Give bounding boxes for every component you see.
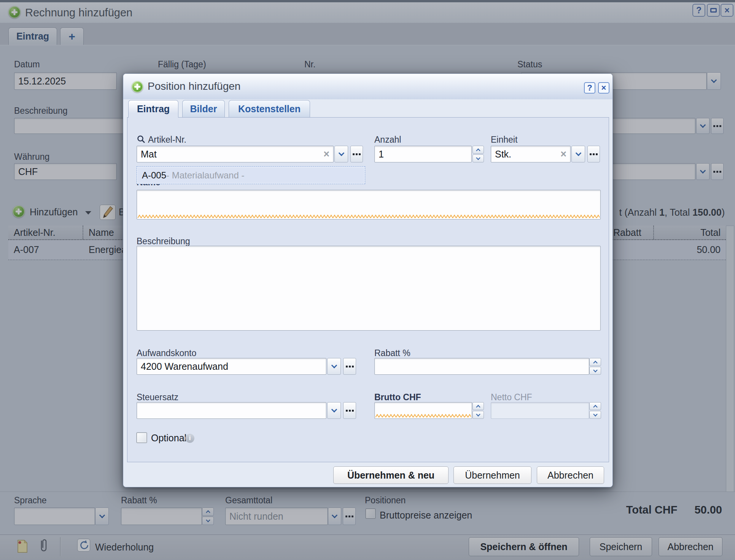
brutto-input[interactable] — [374, 402, 472, 419]
chevron-down-icon — [575, 150, 581, 156]
aufwandskonto-label: Aufwandskonto — [137, 348, 196, 358]
optional-label: Optional — [151, 433, 186, 444]
steuersatz-dropdown-button[interactable] — [327, 402, 341, 419]
anzahl-input[interactable]: 1 — [374, 146, 472, 162]
clear-icon[interactable] — [560, 149, 566, 159]
chevron-up-icon — [593, 361, 597, 365]
spinner-up-button[interactable] — [589, 358, 601, 366]
spinner-down-button[interactable] — [589, 367, 601, 375]
einheit-more-button[interactable] — [587, 146, 600, 162]
anzahl-label: Anzahl — [374, 135, 401, 145]
clear-icon[interactable] — [323, 149, 329, 159]
chevron-down-icon — [338, 150, 344, 156]
dialog-close-button[interactable]: × — [598, 82, 609, 94]
spinner-up-button[interactable] — [473, 402, 484, 410]
einheit-label: Einheit — [491, 135, 517, 145]
einheit-input[interactable]: Stk. — [491, 146, 571, 162]
artikel-label: Artikel-Nr. — [148, 135, 186, 145]
beschreibung-dialog-label: Beschreibung — [137, 236, 190, 247]
netto-input — [491, 402, 589, 419]
spinner-down-button[interactable] — [473, 411, 484, 419]
required-marker — [138, 215, 600, 218]
ellipsis-icon — [590, 153, 598, 155]
info-icon[interactable] — [185, 434, 194, 443]
artikel-suggestion-item[interactable]: A-005 - Materialaufwand - — [137, 166, 365, 184]
spinner-down-button[interactable] — [589, 411, 601, 419]
chevron-down-icon — [331, 406, 337, 412]
rabatt-dialog-label: Rabatt % — [374, 348, 410, 358]
apply-button[interactable]: Übernehmen — [453, 466, 531, 484]
dialog-tab-kostenstellen[interactable]: Kostenstellen — [229, 100, 310, 118]
spinner-down-button[interactable] — [473, 154, 484, 162]
ellipsis-icon — [346, 410, 354, 412]
artikel-more-button[interactable] — [350, 146, 363, 162]
dialog-tab-eintrag[interactable]: Eintrag — [128, 100, 178, 118]
chevron-down-icon — [476, 412, 480, 416]
dialog-tab-bilder[interactable]: Bilder — [182, 100, 225, 118]
chevron-down-icon — [593, 368, 597, 372]
steuersatz-input[interactable] — [137, 402, 326, 419]
brutto-spinner — [473, 402, 484, 419]
ellipsis-icon — [346, 366, 354, 368]
aufwandskonto-dropdown-button[interactable] — [327, 358, 341, 375]
einheit-dropdown-button[interactable] — [571, 146, 585, 162]
dialog-form-panel: Artikel-Nr. Mat Anzahl 1 Einheit Stk. A-… — [127, 117, 609, 462]
position-dialog: Position hinzufügen ? × Eintrag Bilder K… — [123, 73, 613, 487]
spinner-up-button[interactable] — [589, 402, 601, 410]
chevron-down-icon — [476, 156, 480, 160]
rabatt-dialog-spinner — [589, 358, 601, 375]
rabatt-dialog-input[interactable] — [374, 358, 589, 375]
anzahl-spinner — [473, 146, 484, 162]
artikel-input[interactable]: Mat — [137, 146, 334, 162]
search-icon — [137, 135, 146, 144]
aufwandskonto-more-button[interactable] — [343, 358, 356, 375]
dialog-title: Position hinzufügen — [148, 80, 240, 92]
beschreibung-dialog-textarea[interactable] — [137, 246, 601, 331]
artikel-dropdown-button[interactable] — [334, 146, 348, 162]
chevron-up-icon — [476, 405, 480, 409]
steuersatz-more-button[interactable] — [343, 402, 356, 419]
dialog-help-button[interactable]: ? — [584, 82, 595, 94]
chevron-down-icon — [331, 362, 337, 368]
required-marker — [375, 414, 471, 418]
dialog-cancel-button[interactable]: Abbrechen — [537, 466, 604, 484]
apply-new-button[interactable]: Übernehmen & neu — [333, 466, 449, 484]
chevron-up-icon — [476, 148, 480, 153]
chevron-up-icon — [593, 405, 597, 409]
steuersatz-label: Steuersatz — [137, 392, 178, 402]
help-icon: ? — [587, 83, 592, 93]
spinner-up-button[interactable] — [473, 146, 484, 154]
ellipsis-icon — [353, 153, 361, 155]
name-input[interactable] — [137, 190, 601, 220]
aufwandskonto-input[interactable]: 4200 Warenaufwand — [137, 358, 326, 375]
close-icon: × — [601, 83, 606, 93]
brutto-label: Brutto CHF — [374, 392, 421, 402]
optional-checkbox[interactable] — [137, 433, 147, 443]
add-position-dialog-icon — [132, 81, 143, 92]
chevron-down-icon — [593, 412, 597, 416]
netto-label: Netto CHF — [491, 392, 532, 402]
netto-spinner — [589, 402, 601, 419]
